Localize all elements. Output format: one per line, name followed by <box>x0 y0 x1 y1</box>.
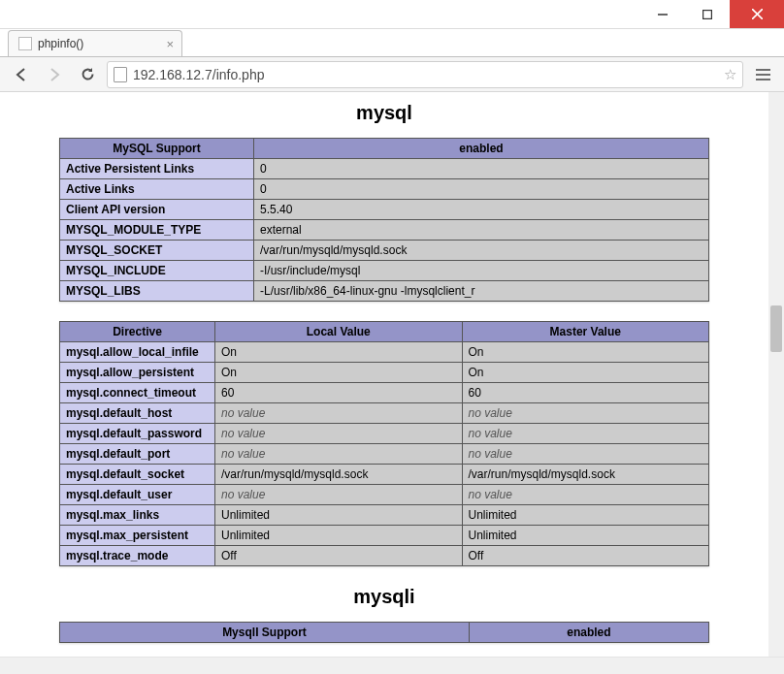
section-heading-mysql: mysql <box>59 102 709 124</box>
directive-name: Client API version <box>60 200 254 220</box>
reload-button[interactable] <box>74 61 101 88</box>
directive-value: Unlimited <box>215 505 463 526</box>
directive-value: Unlimited <box>215 526 463 546</box>
table-row: mysql.default_passwordno valueno value <box>60 424 709 444</box>
table-row: mysql.connect_timeout6060 <box>60 383 709 403</box>
directive-value: -L/usr/lib/x86_64-linux-gnu -lmysqlclien… <box>254 281 709 302</box>
table-row: mysql.trace_modeOffOff <box>60 546 709 566</box>
directive-name: mysql.max_persistent <box>60 526 215 546</box>
directive-name: mysql.default_port <box>60 444 215 465</box>
directive-value: no value <box>215 485 463 505</box>
directive-name: mysql.default_password <box>60 424 215 444</box>
col-header: Directive <box>60 322 215 342</box>
browser-tab[interactable]: phpinfo() × <box>8 30 182 56</box>
directive-value: no value <box>462 403 709 424</box>
col-header: MySQL Support <box>60 139 254 159</box>
page-favicon <box>18 37 32 50</box>
table-row: MYSQL_SOCKET/var/run/mysqld/mysqld.sock <box>60 241 709 261</box>
bookmark-star-icon[interactable]: ☆ <box>724 66 736 83</box>
directive-value: 0 <box>254 179 709 200</box>
table-row: Active Links0 <box>60 179 709 200</box>
table-row: mysql.default_portno valueno value <box>60 444 709 465</box>
directive-value: 5.5.40 <box>254 200 709 220</box>
browser-tabstrip: phpinfo() × <box>0 29 784 57</box>
phpinfo-content: mysql MySQL Support enabled Active Persi… <box>59 102 709 643</box>
directive-value: external <box>254 220 709 241</box>
directive-value: -I/usr/include/mysql <box>254 261 709 281</box>
directive-name: mysql.trace_mode <box>60 546 215 566</box>
page-viewport: mysql MySQL Support enabled Active Persi… <box>0 92 768 657</box>
col-header: MysqlI Support <box>60 623 470 643</box>
table-row: Client API version5.5.40 <box>60 200 709 220</box>
table-row: mysql.max_persistentUnlimitedUnlimited <box>60 526 709 546</box>
table-row: mysql.allow_persistentOnOn <box>60 363 709 383</box>
directive-value: /var/run/mysqld/mysqld.sock <box>215 465 463 485</box>
directive-value: On <box>462 342 709 363</box>
svg-rect-1 <box>703 10 712 18</box>
mysql-directives-table: Directive Local Value Master Value mysql… <box>59 321 709 566</box>
table-header-row: Directive Local Value Master Value <box>60 322 709 342</box>
directive-value: Off <box>215 546 463 566</box>
directive-name: mysql.default_host <box>60 403 215 424</box>
table-row: MYSQL_INCLUDE-I/usr/include/mysql <box>60 261 709 281</box>
directive-value: Off <box>462 546 709 566</box>
forward-button[interactable] <box>41 61 68 88</box>
directive-name: MYSQL_INCLUDE <box>60 261 254 281</box>
directive-value: Unlimited <box>462 526 709 546</box>
table-row: MYSQL_LIBS-L/usr/lib/x86_64-linux-gnu -l… <box>60 281 709 302</box>
directive-value: On <box>462 363 709 383</box>
directive-value: /var/run/mysqld/mysqld.sock <box>462 465 709 485</box>
directive-value: /var/run/mysqld/mysqld.sock <box>254 241 709 261</box>
scrollbar-thumb[interactable] <box>770 305 782 352</box>
col-header: Local Value <box>215 322 463 342</box>
directive-value: On <box>215 363 463 383</box>
directive-name: MYSQL_MODULE_TYPE <box>60 220 254 241</box>
tab-title: phpinfo() <box>38 37 83 50</box>
directive-name: Active Links <box>60 179 254 200</box>
directive-value: no value <box>215 424 463 444</box>
mysql-support-table: MySQL Support enabled Active Persistent … <box>59 138 709 302</box>
browser-toolbar: 192.168.12.7/info.php ☆ <box>0 57 784 92</box>
directive-value: Unlimited <box>462 505 709 526</box>
site-icon <box>114 67 127 82</box>
table-row: mysql.allow_local_infileOnOn <box>60 342 709 363</box>
url-text: 192.168.12.7/info.php <box>133 67 264 82</box>
directive-name: mysql.allow_local_infile <box>60 342 215 363</box>
table-row: mysql.default_hostno valueno value <box>60 403 709 424</box>
mysqli-support-table: MysqlI Support enabled <box>59 622 709 643</box>
horizontal-scrollbar-track[interactable] <box>0 657 784 674</box>
window-minimize-button[interactable] <box>640 0 685 28</box>
directive-value: On <box>215 342 463 363</box>
table-header-row: MysqlI Support enabled <box>60 623 709 643</box>
window-maximize-button[interactable] <box>685 0 730 28</box>
address-bar[interactable]: 192.168.12.7/info.php ☆ <box>107 61 743 88</box>
col-header: enabled <box>254 139 709 159</box>
table-row: mysql.max_linksUnlimitedUnlimited <box>60 505 709 526</box>
directive-value: no value <box>215 444 463 465</box>
directive-name: mysql.allow_persistent <box>60 363 215 383</box>
directive-value: 0 <box>254 159 709 179</box>
table-row: mysql.default_socket/var/run/mysqld/mysq… <box>60 465 709 485</box>
tab-close-button[interactable]: × <box>166 38 174 50</box>
window-titlebar <box>0 0 784 29</box>
col-header: enabled <box>469 623 708 643</box>
directive-value: 60 <box>215 383 463 403</box>
window-close-button[interactable] <box>730 0 784 28</box>
directive-name: mysql.max_links <box>60 505 215 526</box>
col-header: Master Value <box>462 322 709 342</box>
table-row: Active Persistent Links0 <box>60 159 709 179</box>
chrome-menu-button[interactable] <box>749 61 776 88</box>
directive-name: MYSQL_LIBS <box>60 281 254 302</box>
directive-value: no value <box>215 403 463 424</box>
table-header-row: MySQL Support enabled <box>60 139 709 159</box>
directive-name: mysql.connect_timeout <box>60 383 215 403</box>
back-button[interactable] <box>8 61 35 88</box>
directive-name: MYSQL_SOCKET <box>60 241 254 261</box>
table-row: mysql.default_userno valueno value <box>60 485 709 505</box>
section-heading-mysqli: mysqli <box>59 586 709 608</box>
directive-name: mysql.default_socket <box>60 465 215 485</box>
vertical-scrollbar[interactable] <box>768 92 784 657</box>
directive-value: no value <box>462 444 709 465</box>
table-row: MYSQL_MODULE_TYPEexternal <box>60 220 709 241</box>
directive-name: mysql.default_user <box>60 485 215 505</box>
